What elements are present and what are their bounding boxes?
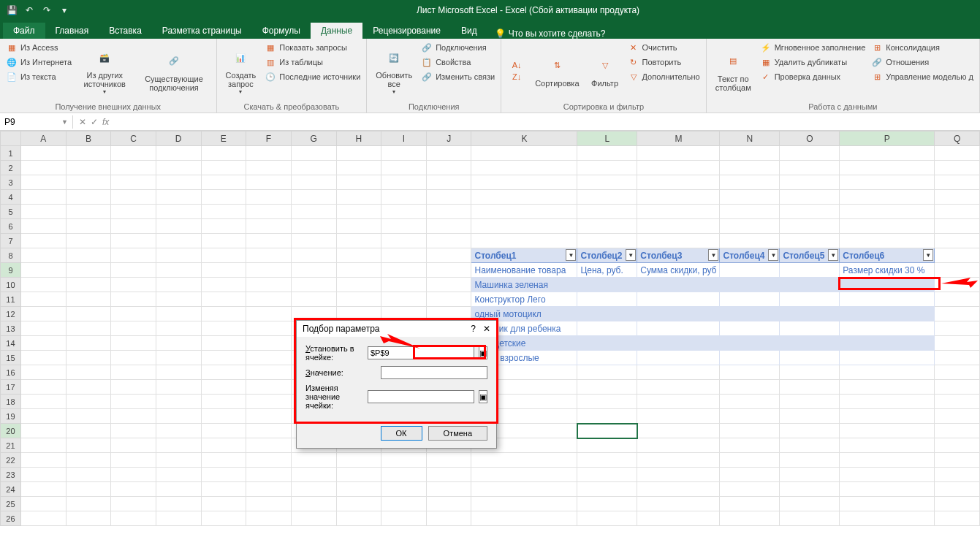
cell-O18[interactable] <box>780 395 840 409</box>
cell-O26[interactable] <box>780 511 840 526</box>
cell-N23[interactable] <box>720 468 780 482</box>
cell-Q10[interactable] <box>935 278 980 292</box>
cell-A19[interactable] <box>20 409 66 424</box>
cell-D17[interactable] <box>156 380 201 395</box>
cell-J4[interactable] <box>426 190 471 205</box>
cell-P3[interactable] <box>840 175 935 190</box>
cell-G9[interactable] <box>291 263 336 278</box>
filter-dropdown-icon[interactable]: ▼ <box>626 249 636 261</box>
cell-M19[interactable] <box>637 409 720 424</box>
cell-K4[interactable] <box>471 190 577 205</box>
cell-C23[interactable] <box>111 468 156 482</box>
reapply-button[interactable]: ↻Повторить <box>626 55 702 69</box>
row-header-14[interactable]: 14 <box>1 336 21 351</box>
cell-K10[interactable]: Машинка зеленая <box>471 278 577 292</box>
cell-L3[interactable] <box>577 175 637 190</box>
cell-A15[interactable] <box>20 351 66 365</box>
cell-Q4[interactable] <box>935 190 980 205</box>
cell-L14[interactable] <box>577 336 637 351</box>
cell-J11[interactable] <box>426 292 471 307</box>
cell-F17[interactable] <box>246 380 292 395</box>
cell-P23[interactable] <box>840 468 935 482</box>
cell-I4[interactable] <box>381 190 427 205</box>
cell-F2[interactable] <box>246 161 292 175</box>
cell-B23[interactable] <box>66 468 111 482</box>
cell-Q23[interactable] <box>935 468 980 482</box>
cell-M6[interactable] <box>637 219 720 234</box>
cell-N6[interactable] <box>720 219 780 234</box>
cell-I7[interactable] <box>381 234 427 248</box>
tab-review[interactable]: Рецензирование <box>362 23 451 39</box>
row-header-25[interactable]: 25 <box>1 497 21 511</box>
cell-G4[interactable] <box>291 190 336 205</box>
tab-formulas[interactable]: Формулы <box>252 23 311 39</box>
cell-K24[interactable] <box>471 482 577 497</box>
relationships-button[interactable]: 🔗Отношения <box>870 55 975 69</box>
cell-P11[interactable] <box>840 292 935 307</box>
existing-conn-button[interactable]: 🔗Существующие подключения <box>137 40 212 101</box>
cell-B13[interactable] <box>66 321 111 336</box>
cell-N21[interactable] <box>720 438 780 453</box>
cell-N4[interactable] <box>720 190 780 205</box>
consolidate-button[interactable]: ⊞Консолидация <box>870 40 975 55</box>
cell-I12[interactable] <box>381 307 427 321</box>
cell-M14[interactable] <box>637 336 720 351</box>
cell-D21[interactable] <box>156 438 201 453</box>
cell-K11[interactable]: Конструктор Лего <box>471 292 577 307</box>
col-header-D[interactable]: D <box>156 132 201 146</box>
cell-L1[interactable] <box>577 146 637 161</box>
cell-B24[interactable] <box>66 482 111 497</box>
cell-A24[interactable] <box>20 482 66 497</box>
cell-M2[interactable] <box>637 161 720 175</box>
cell-M4[interactable] <box>637 190 720 205</box>
cell-J1[interactable] <box>426 146 471 161</box>
cell-N5[interactable] <box>720 205 780 219</box>
cell-E13[interactable] <box>201 321 246 336</box>
cell-O3[interactable] <box>780 175 840 190</box>
cell-A13[interactable] <box>20 321 66 336</box>
cell-P19[interactable] <box>840 409 935 424</box>
cell-D24[interactable] <box>156 482 201 497</box>
cell-L13[interactable] <box>577 321 637 336</box>
cell-L4[interactable] <box>577 190 637 205</box>
cell-P20[interactable] <box>840 424 935 438</box>
cell-D26[interactable] <box>156 511 201 526</box>
cell-A10[interactable] <box>20 278 66 292</box>
tab-layout[interactable]: Разметка страницы <box>152 23 252 39</box>
col-header-O[interactable]: O <box>780 132 840 146</box>
cell-M25[interactable] <box>637 497 720 511</box>
cell-K12[interactable]: одный мотоцикл <box>471 307 577 321</box>
row-header-16[interactable]: 16 <box>1 365 21 380</box>
cell-I6[interactable] <box>381 219 427 234</box>
col-header-G[interactable]: G <box>291 132 336 146</box>
cell-B15[interactable] <box>66 351 111 365</box>
cell-B26[interactable] <box>66 511 111 526</box>
cell-Q15[interactable] <box>935 351 980 365</box>
cell-B4[interactable] <box>66 190 111 205</box>
cell-F13[interactable] <box>246 321 292 336</box>
cell-A6[interactable] <box>20 219 66 234</box>
cell-M22[interactable] <box>637 453 720 468</box>
cell-F11[interactable] <box>246 292 292 307</box>
cell-A25[interactable] <box>20 497 66 511</box>
col-header-Q[interactable]: Q <box>935 132 980 146</box>
col-header-N[interactable]: N <box>720 132 780 146</box>
cell-B16[interactable] <box>66 365 111 380</box>
cell-G12[interactable] <box>291 307 336 321</box>
cell-E7[interactable] <box>201 234 246 248</box>
cell-F3[interactable] <box>246 175 292 190</box>
ref-picker-icon[interactable]: ▣ <box>479 390 487 403</box>
cell-I22[interactable] <box>381 453 427 468</box>
cell-F5[interactable] <box>246 205 292 219</box>
cell-N10[interactable] <box>720 278 780 292</box>
remove-dup-button[interactable]: ▦Удалить дубликаты <box>759 55 867 69</box>
save-icon[interactable]: 💾 <box>6 4 18 16</box>
cell-A12[interactable] <box>20 307 66 321</box>
cell-K22[interactable] <box>471 453 577 468</box>
cell-A3[interactable] <box>20 175 66 190</box>
cell-E26[interactable] <box>201 511 246 526</box>
filter-button[interactable]: ▽Фильтр <box>587 40 623 101</box>
cell-A26[interactable] <box>20 511 66 526</box>
cell-L12[interactable] <box>577 307 637 321</box>
cell-N7[interactable] <box>720 234 780 248</box>
